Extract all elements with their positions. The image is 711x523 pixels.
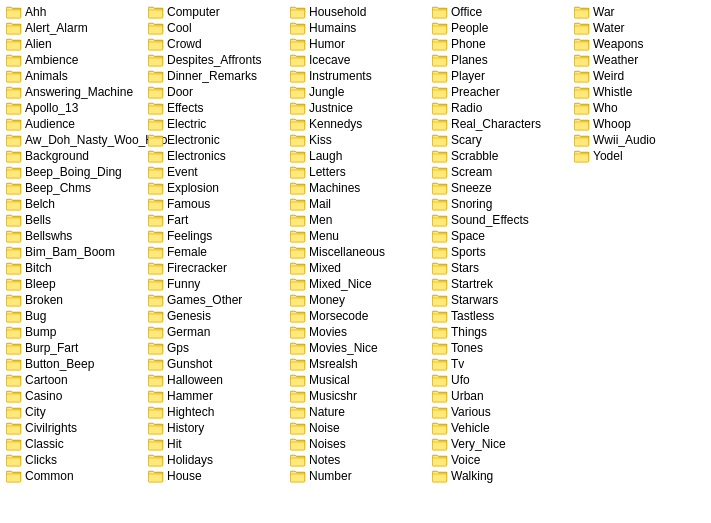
- list-item[interactable]: Tastless: [430, 308, 572, 324]
- list-item[interactable]: Dinner_Remarks: [146, 68, 288, 84]
- list-item[interactable]: War: [572, 4, 711, 20]
- list-item[interactable]: Halloween: [146, 372, 288, 388]
- list-item[interactable]: Humor: [288, 36, 430, 52]
- list-item[interactable]: Morsecode: [288, 308, 430, 324]
- list-item[interactable]: Bellswhs: [4, 228, 146, 244]
- list-item[interactable]: Feelings: [146, 228, 288, 244]
- list-item[interactable]: Space: [430, 228, 572, 244]
- list-item[interactable]: Gunshot: [146, 356, 288, 372]
- list-item[interactable]: Beep_Chms: [4, 180, 146, 196]
- list-item[interactable]: Musical: [288, 372, 430, 388]
- list-item[interactable]: Voice: [430, 452, 572, 468]
- list-item[interactable]: City: [4, 404, 146, 420]
- list-item[interactable]: Kennedys: [288, 116, 430, 132]
- list-item[interactable]: Humains: [288, 20, 430, 36]
- list-item[interactable]: Kiss: [288, 132, 430, 148]
- list-item[interactable]: Mixed_Nice: [288, 276, 430, 292]
- list-item[interactable]: Office: [430, 4, 572, 20]
- list-item[interactable]: Crowd: [146, 36, 288, 52]
- list-item[interactable]: Ufo: [430, 372, 572, 388]
- list-item[interactable]: Alien: [4, 36, 146, 52]
- list-item[interactable]: Broken: [4, 292, 146, 308]
- list-item[interactable]: Common: [4, 468, 146, 484]
- list-item[interactable]: Men: [288, 212, 430, 228]
- list-item[interactable]: Gps: [146, 340, 288, 356]
- list-item[interactable]: Background: [4, 148, 146, 164]
- list-item[interactable]: Bim_Bam_Boom: [4, 244, 146, 260]
- list-item[interactable]: Planes: [430, 52, 572, 68]
- list-item[interactable]: Belch: [4, 196, 146, 212]
- list-item[interactable]: Musicshr: [288, 388, 430, 404]
- list-item[interactable]: Icecave: [288, 52, 430, 68]
- list-item[interactable]: Civilrights: [4, 420, 146, 436]
- list-item[interactable]: Electronic: [146, 132, 288, 148]
- list-item[interactable]: Who: [572, 100, 711, 116]
- list-item[interactable]: Miscellaneous: [288, 244, 430, 260]
- list-item[interactable]: Sound_Effects: [430, 212, 572, 228]
- list-item[interactable]: Machines: [288, 180, 430, 196]
- list-item[interactable]: Hightech: [146, 404, 288, 420]
- list-item[interactable]: Walking: [430, 468, 572, 484]
- list-item[interactable]: Bitch: [4, 260, 146, 276]
- list-item[interactable]: Whistle: [572, 84, 711, 100]
- list-item[interactable]: Number: [288, 468, 430, 484]
- list-item[interactable]: Startrek: [430, 276, 572, 292]
- list-item[interactable]: Event: [146, 164, 288, 180]
- list-item[interactable]: Instruments: [288, 68, 430, 84]
- list-item[interactable]: History: [146, 420, 288, 436]
- list-item[interactable]: Bleep: [4, 276, 146, 292]
- list-item[interactable]: Effects: [146, 100, 288, 116]
- list-item[interactable]: Tones: [430, 340, 572, 356]
- list-item[interactable]: Casino: [4, 388, 146, 404]
- list-item[interactable]: House: [146, 468, 288, 484]
- list-item[interactable]: Snoring: [430, 196, 572, 212]
- list-item[interactable]: Real_Characters: [430, 116, 572, 132]
- list-item[interactable]: Water: [572, 20, 711, 36]
- list-item[interactable]: Door: [146, 84, 288, 100]
- list-item[interactable]: Electric: [146, 116, 288, 132]
- list-item[interactable]: Genesis: [146, 308, 288, 324]
- list-item[interactable]: Noises: [288, 436, 430, 452]
- list-item[interactable]: Bump: [4, 324, 146, 340]
- list-item[interactable]: Burp_Fart: [4, 340, 146, 356]
- list-item[interactable]: Jungle: [288, 84, 430, 100]
- list-item[interactable]: Weather: [572, 52, 711, 68]
- list-item[interactable]: Preacher: [430, 84, 572, 100]
- list-item[interactable]: Various: [430, 404, 572, 420]
- list-item[interactable]: Urban: [430, 388, 572, 404]
- list-item[interactable]: Vehicle: [430, 420, 572, 436]
- list-item[interactable]: Apollo_13: [4, 100, 146, 116]
- list-item[interactable]: Whoop: [572, 116, 711, 132]
- list-item[interactable]: Phone: [430, 36, 572, 52]
- list-item[interactable]: Aw_Doh_Nasty_Woo_Hoo: [4, 132, 146, 148]
- list-item[interactable]: Computer: [146, 4, 288, 20]
- list-item[interactable]: Mixed: [288, 260, 430, 276]
- list-item[interactable]: Wwii_Audio: [572, 132, 711, 148]
- list-item[interactable]: Notes: [288, 452, 430, 468]
- list-item[interactable]: Cartoon: [4, 372, 146, 388]
- list-item[interactable]: Animals: [4, 68, 146, 84]
- list-item[interactable]: Holidays: [146, 452, 288, 468]
- list-item[interactable]: Hit: [146, 436, 288, 452]
- list-item[interactable]: Sneeze: [430, 180, 572, 196]
- list-item[interactable]: Despites_Affronts: [146, 52, 288, 68]
- list-item[interactable]: Movies_Nice: [288, 340, 430, 356]
- list-item[interactable]: Scary: [430, 132, 572, 148]
- list-item[interactable]: Nature: [288, 404, 430, 420]
- list-item[interactable]: Button_Beep: [4, 356, 146, 372]
- list-item[interactable]: Noise: [288, 420, 430, 436]
- list-item[interactable]: Menu: [288, 228, 430, 244]
- list-item[interactable]: Ambience: [4, 52, 146, 68]
- list-item[interactable]: Bug: [4, 308, 146, 324]
- list-item[interactable]: Audience: [4, 116, 146, 132]
- list-item[interactable]: Laugh: [288, 148, 430, 164]
- list-item[interactable]: Mail: [288, 196, 430, 212]
- list-item[interactable]: Letters: [288, 164, 430, 180]
- list-item[interactable]: Tv: [430, 356, 572, 372]
- list-item[interactable]: Clicks: [4, 452, 146, 468]
- list-item[interactable]: Beep_Boing_Ding: [4, 164, 146, 180]
- list-item[interactable]: People: [430, 20, 572, 36]
- list-item[interactable]: Stars: [430, 260, 572, 276]
- list-item[interactable]: Funny: [146, 276, 288, 292]
- list-item[interactable]: Famous: [146, 196, 288, 212]
